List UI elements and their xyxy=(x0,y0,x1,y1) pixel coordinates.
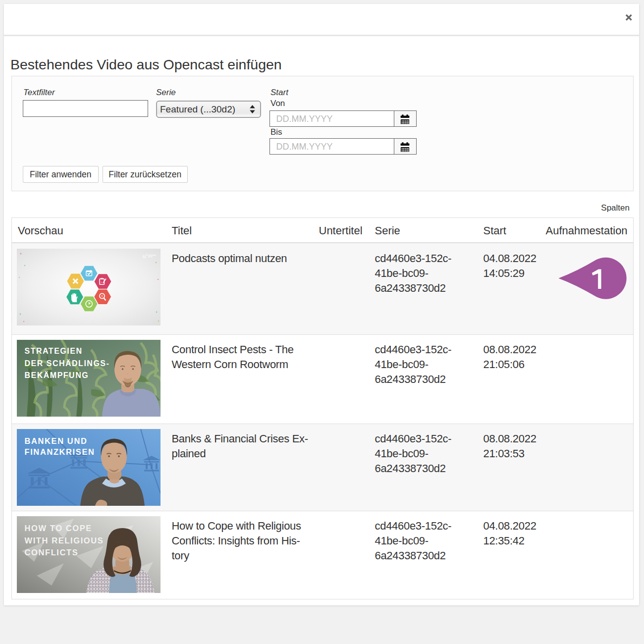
svg-text:DER SCHÄDLINGS-: DER SCHÄDLINGS- xyxy=(24,359,109,368)
svg-text:b: b xyxy=(146,253,148,256)
svg-text:BANKEN UND: BANKEN UND xyxy=(24,436,87,445)
svg-text:CONFLICTS: CONFLICTS xyxy=(24,548,78,557)
svg-text:u: u xyxy=(143,252,146,260)
svg-text:BEKÄMPFUNG: BEKÄMPFUNG xyxy=(24,371,89,379)
svg-text:FINANZKRISEN: FINANZKRISEN xyxy=(24,447,95,456)
svg-text:WITH RELIGIOUS: WITH RELIGIOUS xyxy=(24,536,104,545)
svg-text:HOW TO COPE: HOW TO COPE xyxy=(24,524,92,533)
svg-text:STRATEGIEN: STRATEGIEN xyxy=(24,347,82,355)
